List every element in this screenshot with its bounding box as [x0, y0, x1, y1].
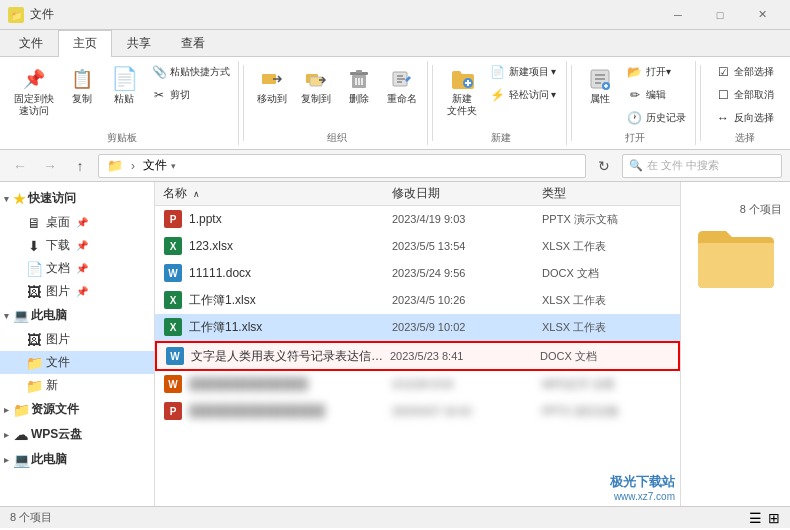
sidebar-item-downloads[interactable]: ⬇ 下载 📌 [0, 234, 154, 257]
status-bar: 8 个项目 ☰ ⊞ [0, 506, 790, 528]
documents-pin-icon: 📌 [76, 263, 88, 274]
file-row[interactable]: W 11111.docx 2023/5/24 9:56 DOCX 文档 [155, 260, 680, 287]
properties-button[interactable]: 属性 [580, 61, 620, 109]
desktop-pin-icon: 📌 [76, 217, 88, 228]
ribbon-group-buttons-new: 新建文件夹 📄 新建项目 ▾ ⚡ 轻松访问 ▾ [441, 61, 562, 129]
file-row[interactable]: X 工作簿1.xlsx 2023/4/5 10:26 XLSX 工作表 [155, 287, 680, 314]
move-to-button[interactable]: 移动到 [251, 61, 293, 109]
sidebar-item-documents[interactable]: 📄 文档 📌 [0, 257, 154, 280]
invert-selection-button[interactable]: ↔ 反向选择 [710, 107, 779, 129]
svg-rect-4 [310, 77, 322, 86]
thispc2-icon: 💻 [13, 452, 29, 468]
paste-button[interactable]: 📄 粘贴 [104, 61, 144, 109]
list-view-button[interactable]: ☰ [749, 510, 762, 526]
sidebar-item-pc-pictures[interactable]: 🖼 图片 [0, 328, 154, 351]
open-group-label: 打开 [625, 129, 645, 145]
grid-view-button[interactable]: ⊞ [768, 510, 780, 526]
properties-icon [586, 65, 614, 93]
file-row[interactable]: P ████████████████ 2023/4/27 16:42 PPTX … [155, 398, 680, 425]
search-box[interactable]: 🔍 在 文件 中搜索 [622, 154, 782, 178]
file-row[interactable]: P 1.pptx 2023/4/19 9:03 PPTX 演示文稿 [155, 206, 680, 233]
pc-files-icon: 📁 [26, 355, 42, 371]
select-small-buttons: ☑ 全部选择 ☐ 全部取消 ↔ 反向选择 [710, 61, 779, 129]
sidebar-label-pictures: 图片 [46, 283, 70, 300]
refresh-button[interactable]: ↻ [592, 154, 616, 178]
file-row[interactable]: X 工作簿11.xlsx 2023/5/9 10:02 XLSX 工作表 [155, 314, 680, 341]
resources-icon: 📁 [13, 402, 29, 418]
file-type: PPTX 演示文稿 [542, 404, 672, 419]
open-small-buttons: 📂 打开▾ ✏ 编辑 🕐 历史记录 [622, 61, 691, 129]
file-date: 2/12/26 8:54 [392, 378, 542, 390]
paste-shortcut-button[interactable]: 📎 粘贴快捷方式 [146, 61, 235, 83]
pin-to-quickaccess-button[interactable]: 📌 固定到快速访问 [8, 61, 60, 121]
history-button[interactable]: 🕐 历史记录 [622, 107, 691, 129]
sidebar-label-pc-pictures: 图片 [46, 331, 70, 348]
deselect-all-label: 全部取消 [734, 88, 774, 102]
sidebar-label-downloads: 下载 [46, 237, 70, 254]
deselect-all-button[interactable]: ☐ 全部取消 [710, 84, 779, 106]
new-folder-icon [448, 65, 476, 93]
cut-button[interactable]: ✂ 剪切 [146, 84, 235, 106]
deselect-all-icon: ☐ [715, 87, 731, 103]
file-row[interactable]: W 文字是人类用表义符号记录表达信息以传... 2023/5/23 8:41 D… [155, 341, 680, 371]
search-placeholder: 在 文件 中搜索 [647, 158, 719, 173]
downloads-icon: ⬇ [26, 238, 42, 254]
sidebar-item-pc-new[interactable]: 📁 新 [0, 374, 154, 397]
edit-button[interactable]: ✏ 编辑 [622, 84, 691, 106]
main-content: ▾ ★ 快速访问 🖥 桌面 📌 ⬇ 下载 📌 📄 文档 📌 🖼 图片 📌 [0, 182, 790, 506]
col-type-header[interactable]: 类型 [542, 185, 672, 202]
resources-header[interactable]: ▸ 📁 资源文件 [0, 397, 154, 422]
pin-label: 固定到快速访问 [14, 93, 54, 117]
file-type: DOCX 文档 [542, 266, 672, 281]
quick-access-header[interactable]: ▾ ★ 快速访问 [0, 186, 154, 211]
thispc2-header[interactable]: ▸ 💻 此电脑 [0, 447, 154, 472]
select-all-button[interactable]: ☑ 全部选择 [710, 61, 779, 83]
tab-gongxiang[interactable]: 共享 [112, 30, 166, 56]
sidebar-item-desktop[interactable]: 🖥 桌面 📌 [0, 211, 154, 234]
select-all-icon: ☑ [715, 64, 731, 80]
up-button[interactable]: ↑ [68, 154, 92, 178]
copy-to-button[interactable]: 复制到 [295, 61, 337, 109]
file-row[interactable]: W ██████████████ 2/12/26 8:54 WPS文字 文档 [155, 371, 680, 398]
cut-icon: ✂ [151, 87, 167, 103]
sidebar-item-pc-files[interactable]: 📁 文件 [0, 351, 154, 374]
file-icon: W [165, 346, 185, 366]
ribbon-group-clipboard: 📌 固定到快速访问 📋 复制 📄 粘贴 📎 粘贴快捷方式 ✂ 剪切 [6, 61, 239, 145]
col-date-header[interactable]: 修改日期 [392, 185, 542, 202]
new-folder-button[interactable]: 新建文件夹 [441, 61, 483, 121]
svg-text:P: P [170, 406, 177, 417]
tab-wenjian[interactable]: 文件 [4, 30, 58, 56]
new-item-button[interactable]: 📄 新建项目 ▾ [485, 61, 562, 83]
wps-header[interactable]: ▸ ☁ WPS云盘 [0, 422, 154, 447]
easy-access-button[interactable]: ⚡ 轻松访问 ▾ [485, 84, 562, 106]
file-row[interactable]: X 123.xlsx 2023/5/5 13:54 XLSX 工作表 [155, 233, 680, 260]
close-button[interactable]: ✕ [742, 5, 782, 25]
tab-chakan[interactable]: 查看 [166, 30, 220, 56]
status-item-count: 8 个项目 [10, 510, 52, 525]
forward-button[interactable]: → [38, 154, 62, 178]
col-name-header[interactable]: 名称 ∧ [163, 185, 392, 202]
tab-zhuyao[interactable]: 主页 [58, 30, 112, 57]
window-icon: 📁 [8, 7, 24, 23]
pc-pictures-icon: 🖼 [26, 332, 42, 348]
maximize-button[interactable]: □ [700, 5, 740, 25]
minimize-button[interactable]: ─ [658, 5, 698, 25]
copy-button[interactable]: 📋 复制 [62, 61, 102, 109]
file-type: XLSX 工作表 [542, 239, 672, 254]
file-list-area: 名称 ∧ 修改日期 类型 P 1.pptx 2023/4/19 9:03 PPT… [155, 182, 680, 506]
address-path[interactable]: 📁 › 文件 ▾ [98, 154, 586, 178]
delete-button[interactable]: 删除 [339, 61, 379, 109]
quick-access-arrow: ▾ [4, 194, 9, 204]
organize-group-label: 组织 [327, 129, 347, 145]
open-button[interactable]: 📂 打开▾ [622, 61, 691, 83]
rename-button[interactable]: 重命名 [381, 61, 423, 109]
divider-3 [571, 65, 572, 141]
back-button[interactable]: ← [8, 154, 32, 178]
file-name: 工作簿11.xlsx [189, 319, 392, 336]
downloads-pin-icon: 📌 [76, 240, 88, 251]
svg-text:P: P [170, 214, 177, 225]
folder-preview: 8 个项目 [680, 182, 790, 506]
thispc-header[interactable]: ▾ 💻 此电脑 [0, 303, 154, 328]
edit-icon: ✏ [627, 87, 643, 103]
sidebar-item-pictures[interactable]: 🖼 图片 📌 [0, 280, 154, 303]
